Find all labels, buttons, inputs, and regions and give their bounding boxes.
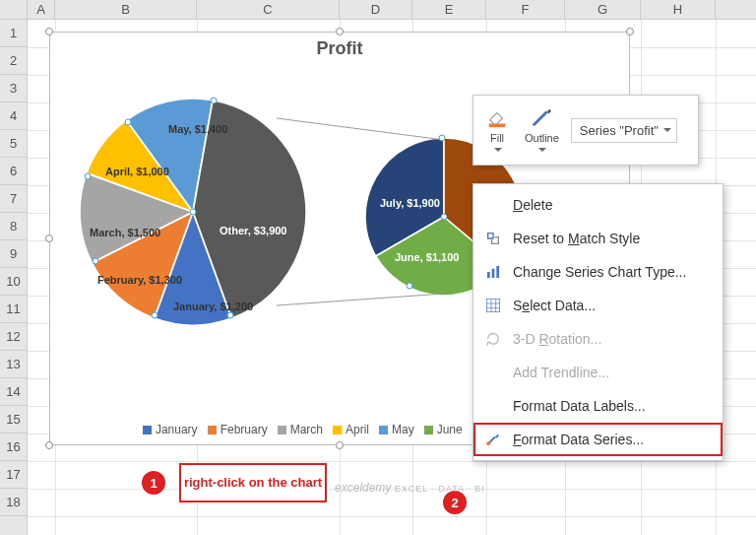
data-label[interactable]: June, $1,100: [395, 251, 459, 263]
row-header[interactable]: 3: [0, 75, 27, 102]
chevron-down-icon: [494, 148, 502, 156]
fill-icon: [485, 106, 509, 130]
ctx-format-data-series[interactable]: Format Data Series...: [473, 423, 723, 456]
ctx-item-label: 3-D Rotation...: [513, 331, 601, 347]
row-header[interactable]: 13: [0, 351, 27, 378]
ctx-item-label: Change Series Chart Type...: [513, 264, 686, 280]
row-header[interactable]: 5: [0, 130, 27, 158]
row-headers: 123456789101112131415161718: [0, 20, 28, 535]
outline-button[interactable]: Outline: [521, 104, 563, 156]
row-header[interactable]: 15: [0, 406, 27, 434]
col-header[interactable]: C: [197, 0, 340, 19]
col-header[interactable]: B: [55, 0, 197, 19]
row-header[interactable]: 10: [0, 268, 27, 296]
legend-label: March: [290, 423, 323, 436]
ctx-select-data[interactable]: Select Data...: [473, 289, 723, 322]
row-header[interactable]: 11: [0, 296, 27, 323]
callout-badge-1: 1: [142, 471, 165, 495]
row-header[interactable]: 8: [0, 213, 27, 240]
svg-line-1: [277, 294, 444, 305]
col-header[interactable]: A: [28, 0, 55, 19]
rotate-icon: [483, 329, 503, 349]
svg-line-0: [277, 118, 444, 140]
blank-icon: [483, 363, 503, 382]
row-header[interactable]: 7: [0, 185, 27, 213]
svg-rect-3: [487, 272, 490, 278]
legend-swatch: [424, 426, 433, 435]
legend-item[interactable]: April: [333, 423, 369, 436]
blank-icon: [483, 396, 503, 416]
svg-rect-6: [486, 299, 499, 311]
ctx-reset-to-match-style[interactable]: Reset to Match Style: [473, 222, 723, 255]
col-header[interactable]: H: [641, 0, 716, 19]
row-header[interactable]: 14: [0, 378, 27, 406]
chart-type-icon: [483, 262, 503, 282]
legend-swatch: [143, 426, 152, 435]
row-header[interactable]: 2: [0, 47, 27, 75]
ctx-item-label: Format Data Series...: [513, 432, 644, 447]
blank-icon: [483, 195, 503, 215]
ctx-item-label: Delete: [513, 197, 552, 213]
chart-title[interactable]: Profit: [50, 38, 629, 59]
legend-item[interactable]: May: [379, 423, 414, 436]
data-label[interactable]: May, $1,400: [168, 123, 227, 135]
row-header[interactable]: 6: [0, 158, 27, 185]
legend-label: April: [346, 423, 369, 436]
ctx-item-label: Select Data...: [513, 298, 596, 313]
legend-item[interactable]: February: [208, 423, 268, 436]
ctx-d-rotation: 3-D Rotation...: [473, 322, 723, 356]
outline-icon: [530, 106, 553, 130]
ctx-item-label: Reset to Match Style: [513, 231, 640, 246]
legend-swatch: [278, 426, 286, 435]
ctx-item-label: Add Trendline...: [513, 365, 609, 380]
row-header[interactable]: 17: [0, 461, 27, 489]
legend-item[interactable]: January: [143, 423, 198, 436]
legend-label: May: [392, 423, 414, 436]
legend-label: February: [220, 423, 268, 436]
context-menu: DeleteReset to Match StyleChange Series …: [472, 183, 724, 461]
svg-point-11: [486, 441, 490, 445]
data-label[interactable]: July, $1,900: [380, 197, 440, 209]
legend-label: January: [156, 423, 198, 436]
mini-toolbar: Fill Outline Series "Profit": [472, 95, 699, 166]
row-header[interactable]: 18: [0, 489, 27, 516]
reset-icon: [483, 229, 503, 248]
legend-item[interactable]: March: [278, 423, 323, 436]
col-header[interactable]: E: [412, 0, 486, 19]
data-label[interactable]: February, $1,300: [97, 274, 182, 286]
legend-label: June: [437, 423, 463, 436]
chevron-down-icon: [538, 148, 546, 156]
svg-rect-5: [496, 266, 499, 278]
col-header[interactable]: G: [565, 0, 641, 19]
legend-item[interactable]: June: [424, 423, 463, 436]
select-data-icon: [483, 296, 503, 315]
ctx-add-trendline: Add Trendline...: [473, 356, 723, 389]
col-header[interactable]: F: [486, 0, 565, 19]
data-label[interactable]: April, $1,000: [105, 166, 169, 177]
fill-button[interactable]: Fill: [481, 104, 513, 156]
series-selector[interactable]: Series "Profit": [571, 118, 677, 143]
col-header[interactable]: D: [340, 0, 412, 19]
legend-swatch: [333, 426, 342, 435]
watermark: exceldemy EXCEL · DATA · BI: [335, 481, 485, 495]
ctx-format-data-labels[interactable]: Format Data Labels...: [473, 389, 723, 423]
ctx-delete[interactable]: Delete: [473, 188, 723, 222]
ctx-item-label: Format Data Labels...: [513, 398, 646, 414]
ctx-change-series-chart-type[interactable]: Change Series Chart Type...: [473, 255, 723, 289]
callout-1: right-click on the chart: [179, 463, 327, 502]
row-header[interactable]: 16: [0, 434, 27, 461]
format-series-icon: [483, 430, 503, 449]
svg-rect-4: [492, 269, 495, 278]
svg-rect-2: [489, 124, 506, 128]
legend-swatch: [379, 426, 388, 435]
data-label[interactable]: March, $1,500: [90, 227, 160, 238]
legend-swatch: [208, 426, 217, 435]
row-header[interactable]: 4: [0, 102, 27, 130]
row-header[interactable]: 9: [0, 240, 27, 268]
row-header[interactable]: 1: [0, 20, 27, 47]
data-label[interactable]: January, $1,200: [173, 301, 253, 312]
row-header[interactable]: 12: [0, 323, 27, 351]
column-headers: ABCDEFGH: [0, 0, 756, 20]
data-label[interactable]: Other, $3,900: [220, 225, 287, 236]
